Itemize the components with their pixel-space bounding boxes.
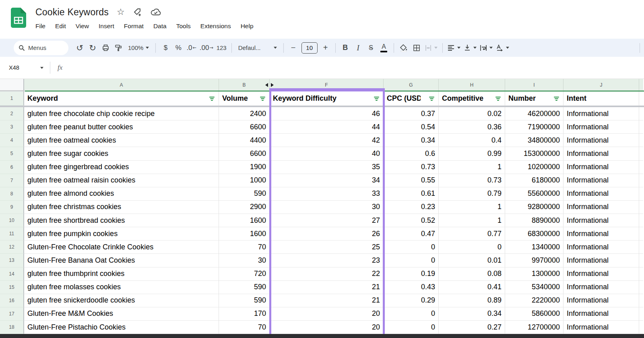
menu-tools[interactable]: Tools xyxy=(171,21,196,31)
row-number[interactable]: 13 xyxy=(0,254,24,267)
menu-data[interactable]: Data xyxy=(149,21,171,31)
cell-intent[interactable]: Informational xyxy=(564,307,639,321)
row-number[interactable]: 16 xyxy=(0,294,24,307)
cell-keyword[interactable]: Gluten-Free Banana Oat Cookies xyxy=(24,254,219,267)
more-formats-button[interactable]: 123 xyxy=(215,41,228,55)
cell-keyword-difficulty[interactable]: 22 xyxy=(270,267,384,281)
column-header-I[interactable]: I xyxy=(505,79,564,91)
row-number[interactable]: 9 xyxy=(0,201,24,214)
cell-number[interactable]: 68300000 xyxy=(505,227,564,241)
cell-intent[interactable]: Informational xyxy=(564,294,639,307)
cell-keyword-difficulty[interactable]: 33 xyxy=(270,187,384,201)
cell-competitive[interactable]: 0.27 xyxy=(439,321,505,334)
cell-keyword[interactable]: gluten free thumbprint cookies xyxy=(24,267,219,281)
cell-volume[interactable]: 30 xyxy=(219,254,270,267)
filter-icon[interactable] xyxy=(429,97,434,101)
cell-empty[interactable] xyxy=(639,120,643,134)
cell-competitive[interactable]: 0.36 xyxy=(439,120,505,134)
format-percent-button[interactable]: % xyxy=(172,41,185,55)
row-number[interactable]: 3 xyxy=(0,120,24,134)
cell-cpc[interactable]: 0.52 xyxy=(384,214,439,227)
menu-extensions[interactable]: Extensions xyxy=(196,21,236,31)
cell-keyword-difficulty[interactable]: 20 xyxy=(270,321,384,334)
cell-keyword[interactable]: gluten free shortbread cookies xyxy=(24,214,219,227)
cell-volume[interactable]: 2900 xyxy=(219,201,270,214)
cell-cpc[interactable]: 0.54 xyxy=(384,120,439,134)
cell-keyword[interactable]: gluten free pumpkin cookies xyxy=(24,227,219,241)
cell-volume[interactable]: 1900 xyxy=(219,161,270,174)
vertical-align-button[interactable] xyxy=(462,41,478,55)
cell-intent[interactable]: Informational xyxy=(564,241,639,254)
cell-competitive[interactable]: 0.79 xyxy=(439,187,505,201)
cell-keyword[interactable]: gluten free sugar cookies xyxy=(24,147,219,160)
label-icon[interactable] xyxy=(133,7,142,17)
cell-volume[interactable]: 590 xyxy=(219,281,270,294)
column-header-H[interactable]: H xyxy=(439,79,505,91)
cell-competitive[interactable]: 0.4 xyxy=(439,134,505,147)
filter-icon[interactable] xyxy=(554,97,559,101)
name-box[interactable]: X48 xyxy=(0,64,47,71)
row-number[interactable]: 4 xyxy=(0,134,24,147)
cell-intent[interactable]: Informational xyxy=(564,227,639,241)
increase-decimal-button[interactable]: .00→ xyxy=(198,41,215,55)
cell-competitive[interactable]: 0.99 xyxy=(439,147,505,160)
cell-empty[interactable] xyxy=(639,281,643,294)
cell-keyword[interactable]: Gluten-Free Chocolate Crinkle Cookies xyxy=(24,241,219,254)
cell-empty[interactable] xyxy=(639,294,643,307)
cell-number[interactable]: 2220000 xyxy=(505,294,564,307)
cell-empty[interactable] xyxy=(639,307,643,321)
header-cell-competitive[interactable]: Competitive xyxy=(439,91,505,106)
font-select[interactable]: Defaul... xyxy=(235,41,280,55)
cell-intent[interactable]: Informational xyxy=(564,134,639,147)
cell-intent[interactable]: Informational xyxy=(564,281,639,294)
cell-number[interactable]: 55600000 xyxy=(505,187,564,201)
cell-volume[interactable]: 4400 xyxy=(219,134,270,147)
cell-intent[interactable]: Informational xyxy=(564,254,639,267)
cloud-saved-icon[interactable] xyxy=(151,8,161,16)
select-all-corner[interactable] xyxy=(0,79,24,91)
cell-number[interactable]: 9970000 xyxy=(505,254,564,267)
cell-number[interactable]: 1340000 xyxy=(505,241,564,254)
zoom-select[interactable]: 100% xyxy=(125,41,152,55)
cell-keyword-difficulty[interactable]: 46 xyxy=(270,107,384,120)
row-number[interactable]: 5 xyxy=(0,147,24,160)
cell-intent[interactable]: Informational xyxy=(564,187,639,201)
cell-keyword[interactable]: gluten free molasses cookies xyxy=(24,281,219,294)
sheets-logo[interactable] xyxy=(11,8,26,28)
cell-empty[interactable] xyxy=(639,161,643,174)
cell-keyword-difficulty[interactable]: 40 xyxy=(270,147,384,160)
cell-number[interactable]: 12700000 xyxy=(505,321,564,334)
cell-competitive[interactable]: 0 xyxy=(439,241,505,254)
column-header-next-sliver[interactable] xyxy=(639,79,643,91)
text-color-button[interactable]: A xyxy=(378,41,390,55)
column-header-J[interactable]: J xyxy=(564,79,639,91)
cell-intent[interactable]: Informational xyxy=(564,201,639,214)
document-title[interactable]: Cookie Keywords xyxy=(35,7,109,18)
header-cell-empty[interactable] xyxy=(639,91,643,106)
bold-button[interactable]: B xyxy=(339,41,352,55)
cell-competitive[interactable]: 1 xyxy=(439,214,505,227)
row-number[interactable]: 2 xyxy=(0,107,24,120)
cell-cpc[interactable]: 0 xyxy=(384,254,439,267)
row-number[interactable]: 15 xyxy=(0,281,24,294)
row-number[interactable]: 10 xyxy=(0,214,24,227)
column-header-G[interactable]: G xyxy=(384,79,439,91)
cell-keyword-difficulty[interactable]: 44 xyxy=(270,120,384,134)
cell-competitive[interactable]: 0.08 xyxy=(439,267,505,281)
cell-number[interactable]: 71900000 xyxy=(505,120,564,134)
cell-keyword[interactable]: gluten free gingerbread cookies xyxy=(24,161,219,174)
fill-color-button[interactable] xyxy=(397,41,410,55)
menu-format[interactable]: Format xyxy=(119,21,149,31)
cell-number[interactable]: 46200000 xyxy=(505,107,564,120)
cell-intent[interactable]: Informational xyxy=(564,120,639,134)
cell-empty[interactable] xyxy=(639,107,643,120)
cell-intent[interactable]: Informational xyxy=(564,161,639,174)
row-number[interactable]: 14 xyxy=(0,267,24,281)
cell-empty[interactable] xyxy=(639,187,643,201)
cell-number[interactable]: 153000000 xyxy=(505,147,564,160)
paint-format-button[interactable] xyxy=(112,41,125,55)
cell-cpc[interactable]: 0.61 xyxy=(384,187,439,201)
cell-empty[interactable] xyxy=(639,214,643,227)
cell-empty[interactable] xyxy=(639,201,643,214)
row-number[interactable]: 1 xyxy=(0,91,24,106)
